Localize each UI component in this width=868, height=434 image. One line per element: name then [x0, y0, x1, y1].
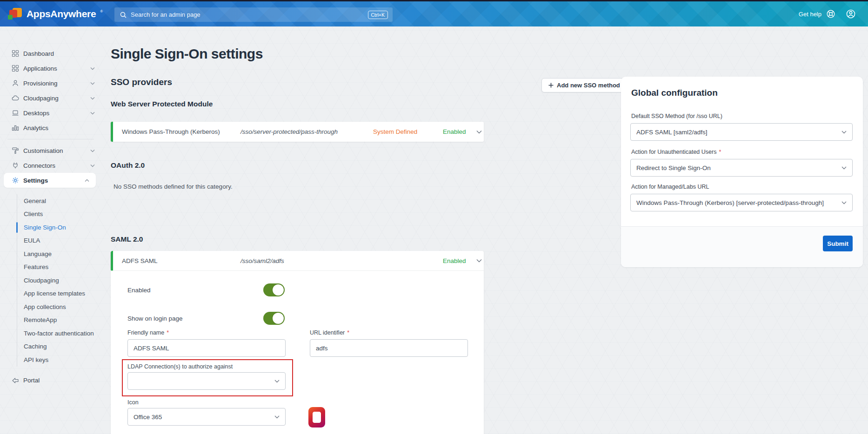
- chevron-down-icon[interactable]: [474, 257, 484, 264]
- sso-method-url: /sso/saml2/adfs: [240, 257, 373, 264]
- sidebar-subitem-single-sign-on[interactable]: Single Sign-On: [17, 221, 101, 234]
- chevron-up-icon: [85, 179, 89, 182]
- sidebar-item-analytics[interactable]: Analytics: [0, 120, 101, 135]
- nav-label: Dashboard: [23, 50, 54, 57]
- action-unauthenticated-users-select[interactable]: Redirect to Single Sign-On: [630, 159, 853, 177]
- chevron-down-icon[interactable]: [474, 128, 484, 136]
- settings-submenu: General Clients Single Sign-On EULA Lang…: [17, 194, 101, 367]
- ldap-connections-select[interactable]: [127, 372, 286, 390]
- url-identifier-input[interactable]: [310, 339, 468, 357]
- main-content: Single Sign-On settings SSO providers We…: [111, 26, 484, 434]
- submit-button[interactable]: Submit: [823, 236, 853, 251]
- chevron-down-icon: [274, 380, 280, 383]
- sidebar-subitem-app-collections[interactable]: App collections: [17, 300, 101, 314]
- portal-back-arrow-icon: [12, 377, 20, 384]
- help-icon[interactable]: [826, 9, 835, 19]
- enabled-status-text: Enabled: [443, 257, 474, 264]
- oauth-empty-message: No SSO methods defined for this category…: [111, 183, 484, 191]
- default-sso-method-select[interactable]: ADFS SAML [saml2/adfs]: [630, 123, 853, 141]
- sidebar-item-portal[interactable]: Portal: [0, 373, 101, 388]
- bar-chart-icon: [12, 124, 20, 132]
- dashboard-icon: [12, 50, 20, 57]
- sidebar-subitem-features[interactable]: Features: [17, 261, 101, 274]
- sso-method-row-pass-through[interactable]: Windows Pass-Through (Kerberos) /sso/ser…: [111, 122, 484, 142]
- ldap-highlight-annotation: LDAP Connection(s) to authorize against: [122, 359, 293, 396]
- nav-label: Customisation: [23, 147, 63, 154]
- chevron-down-icon: [274, 415, 280, 419]
- action-unauthenticated-users-label: Action for Unauthenticated Users*: [631, 149, 721, 155]
- show-on-login-label: Show on login page: [127, 315, 183, 322]
- nav-label: Settings: [23, 177, 48, 184]
- sidebar-item-provisioning[interactable]: Provisioning: [0, 76, 101, 91]
- page-title: Single Sign-On settings: [111, 45, 484, 63]
- friendly-name-input[interactable]: [127, 339, 286, 357]
- applications-icon: [12, 65, 20, 72]
- action-managed-labs-url-select[interactable]: Windows Pass-Through (Kerberos) [server-…: [630, 194, 853, 211]
- sidebar-subitem-language[interactable]: Language: [17, 247, 101, 261]
- sidebar-item-connectors[interactable]: Connectors: [0, 158, 101, 173]
- appsanywhere-logo-icon: [7, 7, 22, 20]
- sidebar-subitem-general[interactable]: General: [17, 194, 101, 208]
- get-help-link[interactable]: Get help: [799, 11, 821, 18]
- sidebar-item-cloudpaging[interactable]: Cloudpaging: [0, 91, 101, 105]
- appsanywhere-logo[interactable]: AppsAnywhere®: [7, 7, 103, 20]
- sso-providers-heading: SSO providers: [111, 77, 484, 88]
- admin-search-bar[interactable]: Ctrl+K: [114, 7, 393, 22]
- add-new-sso-method-button[interactable]: Add new SSO method: [541, 78, 627, 92]
- account-icon[interactable]: [846, 9, 856, 19]
- sso-method-url: /sso/server-protected/pass-through: [240, 128, 373, 135]
- sidebar-subitem-clients[interactable]: Clients: [17, 208, 101, 221]
- select-value: ADFS SAML [saml2/adfs]: [636, 129, 841, 136]
- icon-select[interactable]: Office 365: [127, 408, 286, 426]
- chevron-down-icon: [90, 112, 95, 115]
- sidebar-item-applications[interactable]: Applications: [0, 61, 101, 76]
- sidebar-item-desktops[interactable]: Desktops: [0, 105, 101, 120]
- sidebar-item-dashboard[interactable]: Dashboard: [0, 46, 101, 61]
- plus-icon: [548, 83, 554, 88]
- sidebar-subitem-caching[interactable]: Caching: [17, 340, 101, 354]
- chevron-down-icon: [90, 164, 95, 167]
- paint-roller-icon: [12, 147, 20, 154]
- sidebar-item-settings[interactable]: Settings: [4, 173, 96, 188]
- nav-label: Cloudpaging: [23, 95, 59, 102]
- global-configuration-card: Global configuration Default SSO Method …: [621, 77, 863, 267]
- brand-trademark: ®: [100, 9, 103, 13]
- sso-method-row-adfs-saml[interactable]: ADFS SAML /sso/saml2/adfs Enabled: [111, 251, 484, 271]
- url-identifier-label: URL identifier*: [310, 329, 349, 336]
- provisioning-user-icon: [12, 79, 20, 87]
- ldap-connections-label: LDAP Connection(s) to authorize against: [127, 363, 233, 370]
- cloud-icon: [12, 94, 20, 102]
- sidebar-subitem-two-factor-authentication[interactable]: Two-factor authentication: [17, 327, 101, 340]
- chevron-down-icon: [90, 67, 95, 70]
- sidebar-subitem-cloudpaging[interactable]: Cloudpaging: [17, 274, 101, 287]
- nav-label: Analytics: [23, 125, 48, 132]
- required-asterisk: *: [347, 329, 349, 336]
- sidebar-item-customisation[interactable]: Customisation: [0, 143, 101, 158]
- brand-name: AppsAnywhere: [27, 8, 96, 20]
- search-input[interactable]: [131, 11, 368, 18]
- topbar: AppsAnywhere® Ctrl+K Get help: [0, 0, 868, 26]
- toggle-knob: [273, 313, 284, 324]
- select-value: Redirect to Single Sign-On: [636, 164, 841, 171]
- show-on-login-toggle[interactable]: [263, 312, 285, 325]
- sidebar: Dashboard Applications Provisioning Clou…: [0, 26, 101, 434]
- enabled-status-text: Enabled: [443, 128, 474, 135]
- topbar-gradient: AppsAnywhere® Ctrl+K Get help: [0, 1, 868, 26]
- sso-method-card-saml: ADFS SAML /sso/saml2/adfs Enabled Enable…: [111, 251, 484, 434]
- office-365-logo: [308, 407, 325, 427]
- chevron-down-icon: [90, 97, 95, 100]
- enabled-label: Enabled: [127, 287, 151, 294]
- sidebar-subitem-remoteapp[interactable]: RemoteApp: [17, 314, 101, 327]
- nav-label: Portal: [23, 377, 40, 384]
- enabled-toggle[interactable]: [263, 283, 285, 296]
- sidebar-subitem-eula[interactable]: EULA: [17, 234, 101, 248]
- sidebar-subitem-app-license-templates[interactable]: App license templates: [17, 287, 101, 301]
- action-managed-labs-url-label: Action for Managed/Labs URL: [631, 184, 709, 190]
- add-button-label: Add new SSO method: [557, 82, 620, 89]
- sidebar-subitem-api-keys[interactable]: API keys: [17, 353, 101, 367]
- global-configuration-footer: Submit: [621, 226, 863, 267]
- system-defined-badge: System Defined: [373, 128, 443, 135]
- friendly-name-label: Friendly name*: [127, 329, 169, 336]
- required-asterisk: *: [719, 149, 721, 155]
- sso-method-name: Windows Pass-Through (Kerberos): [122, 128, 240, 135]
